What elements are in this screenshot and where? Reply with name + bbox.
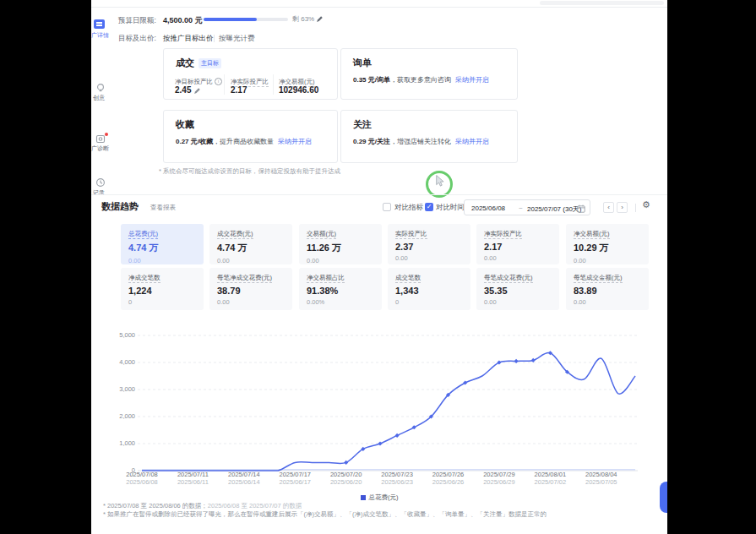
bid-option-exposure[interactable]: 按曝光计费	[219, 34, 255, 44]
next-period-button[interactable]: ›	[617, 202, 628, 213]
x-tick-label-primary: 2025/07/11	[166, 471, 220, 478]
legend-label: 总花费(元)	[369, 493, 399, 501]
goal-card-title: 询单	[353, 57, 372, 69]
goal-bid-label: 目标及出价:	[118, 34, 156, 44]
x-tick-label-primary: 2025/07/17	[268, 471, 322, 478]
prev-period-button[interactable]: ‹	[603, 202, 614, 213]
metric-card-net-gmv-ratio[interactable]: 净交易额占比91.38%0.00%	[299, 268, 382, 310]
data-point-marker	[531, 358, 536, 362]
gear-icon[interactable]: ⚙	[642, 199, 650, 210]
metric-card-cost-per-net-order[interactable]: 每笔净成交花费(元)38.790.00	[209, 268, 292, 310]
compare-time-checkbox[interactable]: ✓	[425, 203, 433, 211]
legend-marker	[361, 495, 366, 500]
budget-label: 预算日限额:	[118, 16, 156, 26]
goal-card-favorite: 收藏 0.27 元/收藏，提升商品收藏数量采纳并开启	[163, 110, 338, 163]
y-tick-label: 4,000	[93, 358, 135, 366]
footnote-period: * 2025/07/08 至 2025/08/06 的数据；2025/06/08…	[103, 502, 302, 510]
compare-metric-label[interactable]: 对比指标	[394, 203, 423, 213]
sidebar-item-label: 广诊断	[91, 144, 109, 153]
metric-card-net-orders[interactable]: 净成交笔数1,2240	[121, 268, 204, 310]
y-tick-label: 2,000	[93, 412, 135, 420]
adopt-enable-link[interactable]: 采纳并开启	[455, 138, 489, 145]
floating-side-button[interactable]	[660, 482, 667, 513]
budget-progress-bar	[204, 18, 288, 21]
sidebar-item-detail[interactable]: 广详情	[91, 8, 117, 30]
goal-card-inquiry: 询单 0.35 元/询单，获取更多意向咨询采纳并开启	[340, 48, 518, 100]
goal-card-deal: 成交主目标 净目标投产比i 2.45 净实际投产比 2.17 净交易额(元) 1…	[163, 48, 338, 100]
primary-goal-badge: 主目标	[199, 58, 221, 68]
adopt-enable-link[interactable]: 采纳并开启	[278, 138, 312, 145]
budget-progress-fill	[204, 18, 257, 21]
x-tick-label-primary: 2025/07/14	[217, 471, 271, 478]
data-point-marker	[548, 351, 552, 355]
x-tick-label-primary: 2025/07/23	[370, 471, 424, 478]
sidebar-item-history[interactable]: 记录	[91, 88, 117, 110]
data-point-marker	[378, 441, 382, 445]
data-point-marker	[344, 460, 348, 465]
metric-card-gmv[interactable]: 交易额(元)11.26 万0.00	[299, 224, 382, 264]
edit-pencil-icon[interactable]	[193, 87, 201, 95]
data-point-marker	[395, 433, 400, 438]
metric-card-deal-cost[interactable]: 成交花费(元)4.74 万0.00	[209, 224, 292, 264]
goal-card-desc: 0.27 元/收藏，提升商品收藏数量采纳并开启	[176, 137, 312, 146]
toolbar-pill	[540, 1, 664, 5]
metric-card-orders[interactable]: 成交笔数1,3430	[388, 268, 470, 310]
date-end: 2025/07/07 (30天)	[527, 204, 582, 214]
info-icon[interactable]: i	[215, 78, 222, 85]
metric-card-net-actual-roi[interactable]: 净实际投产比2.170.00	[476, 224, 559, 264]
history-icon	[95, 177, 106, 188]
mouse-cursor-icon	[435, 175, 445, 187]
goal-card-desc: 0.29 元/关注，增强店铺关注转化采纳并开启	[353, 137, 489, 146]
view-report-link[interactable]: 查看报表	[150, 204, 176, 212]
sidebar-item-label: 记录	[93, 188, 105, 197]
x-tick-label-primary: 2025/08/04	[574, 471, 628, 478]
x-tick-label-compare: 2025/06/11	[166, 478, 220, 486]
metric-card-cost-per-order[interactable]: 每笔成交花费(元)35.350.00	[476, 268, 559, 310]
toolbar-divider	[635, 204, 636, 212]
sidebar-item-diagnosis[interactable]: 广诊断	[91, 66, 117, 88]
notification-dot	[105, 133, 108, 136]
compare-time-label[interactable]: 对比时间	[436, 203, 465, 213]
goal-card-title: 收藏	[176, 118, 194, 131]
y-tick-label: 5,000	[93, 331, 135, 339]
compare-metric-checkbox[interactable]	[383, 203, 391, 211]
date-start: 2025/06/08	[471, 204, 505, 212]
bid-option-divider	[214, 35, 215, 42]
stat-value: 2.17	[231, 85, 247, 95]
chart-legend[interactable]: 总花费(元)	[91, 493, 667, 502]
x-tick-label-primary: 2025/07/08	[115, 471, 169, 478]
trend-line-chart	[138, 330, 641, 476]
edit-pencil-icon[interactable]	[316, 15, 324, 23]
adopt-enable-link[interactable]: 采纳并开启	[455, 76, 489, 84]
sidebar-item-label: 广详情	[91, 31, 109, 40]
budget-value: 4,500.00 元	[163, 15, 203, 26]
data-point-marker	[429, 414, 433, 418]
data-point-marker	[446, 393, 450, 397]
stat-divider	[224, 74, 225, 95]
x-tick-label-compare: 2025/06/23	[370, 478, 424, 486]
bid-option-target[interactable]: 按推广目标出价	[163, 34, 214, 44]
main-series-line	[142, 352, 635, 471]
detail-icon	[94, 19, 105, 29]
sidebar-item-creative[interactable]: 创意	[91, 41, 117, 63]
trend-section-title: 数据趋势	[101, 200, 139, 213]
metric-card-amount-per-order[interactable]: 每笔成交金额(元)83.890.00	[566, 268, 649, 310]
metric-card-total-cost[interactable]: 总花费(元)4.74 万0.00	[121, 224, 204, 264]
data-point-marker	[514, 359, 519, 363]
metric-card-net-gmv[interactable]: 净交易额(元)10.29 万0.00	[566, 224, 649, 264]
metric-card-actual-roi[interactable]: 实际投产比2.370.00	[388, 224, 470, 264]
x-tick-label-compare: 2025/06/08	[115, 478, 169, 486]
stat-divider	[273, 74, 274, 95]
x-tick-label-compare: 2025/07/05	[574, 478, 628, 486]
date-separator: ~	[519, 204, 523, 212]
date-range-input[interactable]: 2025/06/08 ~ 2025/07/07 (30天)	[464, 199, 590, 215]
x-tick-label-primary: 2025/08/01	[523, 471, 577, 478]
stat-value: 102946.60	[279, 85, 318, 95]
y-tick-label: 3,000	[93, 385, 135, 393]
x-tick-label-compare: 2025/06/20	[319, 478, 373, 486]
x-tick-label-compare: 2025/06/29	[472, 478, 526, 486]
data-point-marker	[565, 370, 569, 374]
topbar-divider	[91, 7, 667, 8]
goal-note: * 系统会尽可能达成你设置的目标，保持稳定投放有助于提升达成	[159, 167, 340, 176]
goal-card-title: 成交主目标	[176, 57, 221, 69]
